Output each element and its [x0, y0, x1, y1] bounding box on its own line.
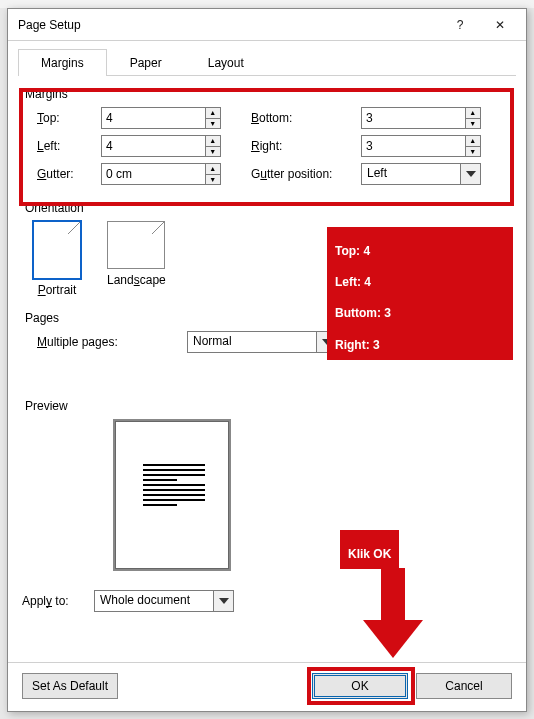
apply-to-value: Whole document	[94, 590, 214, 612]
cancel-label: Cancel	[445, 679, 482, 693]
pages-group: Pages Multiple pages: Normal	[22, 306, 512, 360]
tab-strip: Margins Paper Layout	[18, 49, 516, 76]
tab-margins[interactable]: Margins	[18, 49, 107, 76]
chevron-down-icon[interactable]	[214, 590, 234, 612]
chevron-down-icon[interactable]	[461, 163, 481, 185]
title-bar: Page Setup ? ✕	[8, 9, 526, 41]
multiple-pages-label: Multiple pages:	[37, 335, 187, 349]
top-spinner[interactable]: ▲▼	[101, 107, 221, 129]
orientation-portrait[interactable]: Portrait	[33, 221, 81, 297]
gutter-position-value: Left	[361, 163, 461, 185]
margins-group: Margins Top: ▲▼ Bottom: ▲▼ Left: ▲▼ Righ…	[22, 82, 512, 192]
gutter-label: Gutter:	[37, 167, 101, 181]
tab-paper-label: Paper	[130, 56, 162, 70]
apply-to-label: Apply to:	[22, 594, 94, 608]
landscape-icon	[107, 221, 165, 269]
apply-to-dropdown[interactable]: Whole document	[94, 590, 234, 612]
set-as-default-button[interactable]: Set As Default	[22, 673, 118, 699]
left-spinner[interactable]: ▲▼	[101, 135, 221, 157]
spin-down-icon[interactable]: ▼	[206, 118, 221, 130]
spin-up-icon[interactable]: ▲	[466, 135, 481, 146]
right-spinner[interactable]: ▲▼	[361, 135, 481, 157]
left-input[interactable]	[101, 135, 206, 157]
tab-paper[interactable]: Paper	[107, 49, 185, 76]
portrait-label: Portrait	[33, 283, 81, 297]
cancel-button[interactable]: Cancel	[416, 673, 512, 699]
margins-label: Margins	[25, 87, 511, 101]
multiple-pages-value: Normal	[187, 331, 317, 353]
gutter-spinner[interactable]: ▲▼	[101, 163, 221, 185]
chevron-down-icon[interactable]	[317, 331, 337, 353]
bottom-spinner[interactable]: ▲▼	[361, 107, 481, 129]
spin-down-icon[interactable]: ▼	[466, 118, 481, 130]
preview-group: Preview	[22, 394, 512, 572]
help-icon: ?	[457, 18, 464, 32]
tab-margins-label: Margins	[41, 56, 84, 70]
multiple-pages-dropdown[interactable]: Normal	[187, 331, 337, 353]
spin-up-icon[interactable]: ▲	[466, 107, 481, 118]
dialog-buttons: Set As Default OK Cancel	[8, 662, 526, 711]
title-text: Page Setup	[18, 18, 440, 32]
tab-layout-label: Layout	[208, 56, 244, 70]
tab-layout[interactable]: Layout	[185, 49, 267, 76]
spin-up-icon[interactable]: ▲	[206, 135, 221, 146]
background-strip	[0, 0, 534, 8]
gutter-position-label: Gutter position:	[251, 167, 361, 181]
spin-down-icon[interactable]: ▼	[206, 174, 221, 186]
pages-label: Pages	[25, 311, 511, 325]
spin-up-icon[interactable]: ▲	[206, 163, 221, 174]
landscape-label: Landscape	[107, 273, 166, 287]
orientation-landscape[interactable]: Landscape	[107, 221, 166, 297]
ok-label: OK	[351, 679, 368, 693]
gutter-input[interactable]	[101, 163, 206, 185]
gutter-position-dropdown[interactable]: Left	[361, 163, 481, 185]
spin-up-icon[interactable]: ▲	[206, 107, 221, 118]
tab-body: Margins Top: ▲▼ Bottom: ▲▼ Left: ▲▼ Righ…	[8, 76, 526, 696]
right-input[interactable]	[361, 135, 466, 157]
orientation-group: Orientation Portrait Landscape	[22, 196, 512, 302]
page-setup-dialog: Page Setup ? ✕ Margins Paper Layout Marg…	[7, 8, 527, 712]
top-input[interactable]	[101, 107, 206, 129]
top-label: Top:	[37, 111, 101, 125]
spin-down-icon[interactable]: ▼	[466, 146, 481, 158]
preview-page-icon	[113, 419, 231, 571]
close-button[interactable]: ✕	[480, 11, 520, 39]
orientation-label: Orientation	[25, 201, 511, 215]
ok-button[interactable]: OK	[312, 673, 408, 699]
preview-label: Preview	[25, 399, 511, 413]
bottom-input[interactable]	[361, 107, 466, 129]
portrait-icon	[33, 221, 81, 279]
set-as-default-label: Set As Default	[32, 679, 108, 693]
spin-down-icon[interactable]: ▼	[206, 146, 221, 158]
left-label: Left:	[37, 139, 101, 153]
close-icon: ✕	[495, 18, 505, 32]
help-button[interactable]: ?	[440, 11, 480, 39]
bottom-label: Bottom:	[251, 111, 361, 125]
right-label: Right:	[251, 139, 361, 153]
